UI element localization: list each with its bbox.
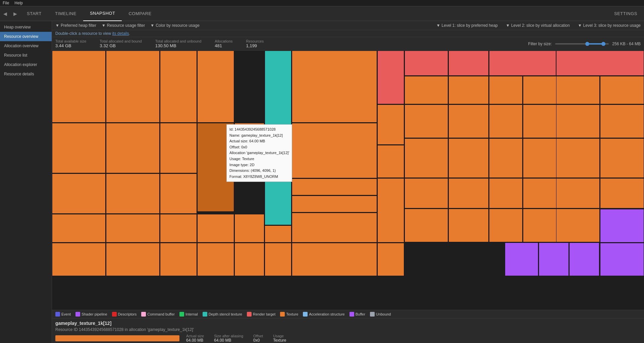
- treemap-cell[interactable]: [489, 51, 556, 76]
- treemap-cell[interactable]: [405, 105, 448, 138]
- visualization[interactable]: Id: 14435439245688571028 Name: gameplay_…: [52, 51, 644, 310]
- treemap-cell[interactable]: [377, 243, 404, 276]
- treemap-cell[interactable]: [52, 123, 106, 173]
- resource-usage-filter[interactable]: ▼ Resource usage filter: [102, 23, 145, 28]
- treemap-cell[interactable]: [197, 51, 234, 123]
- treemap-cell[interactable]: [405, 178, 448, 208]
- level3-filter[interactable]: ▼ Level 3: slice by resource usage: [578, 23, 641, 28]
- treemap-cell[interactable]: [160, 51, 197, 123]
- slider-thumb-min[interactable]: [585, 42, 589, 46]
- tab-snapshot[interactable]: SNAPSHOT: [83, 6, 122, 21]
- treemap-cell[interactable]: [600, 138, 644, 178]
- treemap-cell[interactable]: [265, 178, 291, 225]
- treemap-cell[interactable]: [106, 243, 160, 276]
- sidebar-item-allocation-explorer[interactable]: Allocation explorer: [0, 60, 52, 69]
- treemap-cell[interactable]: [489, 76, 523, 104]
- treemap-cell[interactable]: [448, 138, 489, 178]
- treemap-cell[interactable]: [600, 178, 644, 208]
- treemap-cell[interactable]: [489, 209, 523, 242]
- tab-timeline[interactable]: TIMELINE: [48, 6, 83, 21]
- preferred-heap-filter[interactable]: ▼ Preferred heap filter: [55, 23, 96, 28]
- treemap-cell[interactable]: [523, 138, 556, 178]
- treemap-cell[interactable]: [556, 51, 644, 76]
- treemap-cell[interactable]: [52, 243, 106, 276]
- slider-thumb-max[interactable]: [601, 42, 605, 46]
- treemap-cell[interactable]: [197, 214, 234, 243]
- treemap-cell[interactable]: [52, 214, 106, 243]
- settings-button[interactable]: SETTINGS: [607, 11, 644, 16]
- treemap-cell[interactable]: [448, 105, 489, 138]
- menu-help[interactable]: Help: [14, 1, 23, 5]
- sidebar-item-resource-details[interactable]: Resource details: [0, 69, 52, 79]
- treemap-cell[interactable]: [160, 123, 197, 173]
- treemap-cell[interactable]: [52, 174, 106, 214]
- treemap-cell[interactable]: [489, 138, 523, 178]
- treemap-cell[interactable]: [234, 123, 264, 173]
- treemap-cell[interactable]: [448, 178, 489, 208]
- treemap-cell[interactable]: [556, 178, 600, 208]
- treemap-cell[interactable]: [106, 174, 160, 214]
- tab-start[interactable]: START: [20, 6, 48, 21]
- level1-filter[interactable]: ▼ Level 1: slice by preferred heap: [436, 23, 498, 28]
- treemap-cell[interactable]: [234, 214, 264, 243]
- treemap-cell[interactable]: [600, 243, 644, 276]
- details-link[interactable]: its details: [112, 31, 129, 36]
- treemap-cell[interactable]: [106, 214, 160, 243]
- menu-file[interactable]: File: [3, 1, 9, 5]
- treemap-cell[interactable]: [489, 178, 523, 208]
- treemap-cell[interactable]: [292, 196, 377, 212]
- treemap-cell[interactable]: [292, 51, 377, 123]
- treemap-cell[interactable]: [600, 76, 644, 104]
- treemap-cell[interactable]: [160, 243, 197, 276]
- treemap-cell[interactable]: [292, 213, 377, 243]
- treemap-cell[interactable]: [556, 209, 600, 242]
- treemap-cell-selected[interactable]: [197, 123, 234, 212]
- treemap-cell[interactable]: [523, 178, 556, 208]
- treemap-cell[interactable]: [505, 243, 538, 276]
- treemap-cell[interactable]: [265, 225, 291, 243]
- level2-filter[interactable]: ▼ Level 2: slice by virtual allocation: [506, 23, 570, 28]
- treemap-cell[interactable]: [292, 243, 377, 276]
- treemap-cell[interactable]: [448, 76, 489, 104]
- treemap-cell[interactable]: [377, 178, 404, 243]
- treemap-cell[interactable]: [377, 51, 404, 104]
- tab-compare[interactable]: COMPARE: [122, 6, 158, 21]
- sidebar-item-allocation-overview[interactable]: Allocation overview: [0, 41, 52, 51]
- treemap-cell[interactable]: [448, 51, 489, 76]
- nav-forward[interactable]: ▶: [10, 6, 20, 21]
- sidebar-item-resource-overview[interactable]: Resource overview: [0, 32, 52, 41]
- treemap-cell[interactable]: [600, 209, 644, 243]
- treemap-cell[interactable]: [448, 209, 489, 242]
- treemap-cell[interactable]: [600, 105, 644, 138]
- treemap-cell[interactable]: [377, 145, 404, 178]
- treemap-cell[interactable]: [265, 243, 291, 276]
- color-by-filter[interactable]: ▼ Color by resource usage: [150, 23, 200, 28]
- treemap-cell[interactable]: [377, 105, 404, 145]
- treemap-cell[interactable]: [405, 209, 448, 242]
- treemap-cell[interactable]: [292, 179, 377, 195]
- sidebar-item-heap-overview[interactable]: Heap overview: [0, 22, 52, 32]
- treemap-cell[interactable]: [234, 243, 264, 276]
- treemap-cell[interactable]: [523, 105, 556, 138]
- treemap-cell[interactable]: [292, 123, 377, 178]
- treemap-cell[interactable]: [523, 76, 556, 104]
- treemap-cell[interactable]: [556, 76, 600, 104]
- treemap-cell[interactable]: [489, 105, 523, 138]
- treemap-cell[interactable]: [556, 138, 600, 178]
- treemap-cell[interactable]: [265, 51, 291, 178]
- treemap-cell[interactable]: [160, 174, 197, 214]
- treemap-cell[interactable]: [539, 243, 569, 276]
- treemap-cell[interactable]: [405, 76, 448, 104]
- treemap-cell[interactable]: [569, 243, 599, 276]
- treemap-cell[interactable]: [106, 51, 160, 123]
- treemap[interactable]: Id: 14435439245688571028 Name: gameplay_…: [52, 51, 644, 310]
- treemap-cell[interactable]: [523, 209, 556, 242]
- treemap-cell[interactable]: [106, 123, 160, 173]
- nav-back[interactable]: ◀: [0, 6, 10, 21]
- treemap-cell[interactable]: [405, 138, 448, 178]
- treemap-cell[interactable]: [405, 51, 448, 76]
- treemap-cell[interactable]: [556, 105, 600, 138]
- treemap-cell[interactable]: [197, 243, 234, 276]
- size-slider-track[interactable]: [555, 43, 609, 45]
- sidebar-item-resource-list[interactable]: Resource list: [0, 51, 52, 60]
